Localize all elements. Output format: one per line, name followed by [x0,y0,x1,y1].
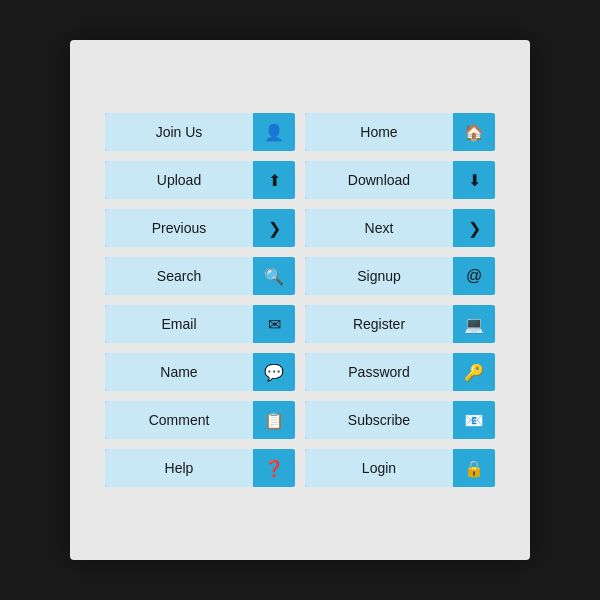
previous-button[interactable]: Previous❯ [105,209,295,247]
join-us-button[interactable]: Join Us👤 [105,113,295,151]
email-button[interactable]: Email✉ [105,305,295,343]
subscribe-button[interactable]: Subscribe📧 [305,401,495,439]
login-label: Login [305,449,453,487]
upload-icon: ⬆ [253,161,295,199]
signup-icon: @ [453,257,495,295]
previous-label: Previous [105,209,253,247]
upload-label: Upload [105,161,253,199]
name-icon: 💬 [253,353,295,391]
register-button[interactable]: Register💻 [305,305,495,343]
home-button[interactable]: Home🏠 [305,113,495,151]
search-icon: 🔍 [253,257,295,295]
download-label: Download [305,161,453,199]
join-us-label: Join Us [105,113,253,151]
register-label: Register [305,305,453,343]
home-label: Home [305,113,453,151]
button-card: Join Us👤Home🏠Upload⬆Download⬇Previous❯Ne… [70,40,530,560]
email-label: Email [105,305,253,343]
login-icon: 🔒 [453,449,495,487]
upload-button[interactable]: Upload⬆ [105,161,295,199]
signup-label: Signup [305,257,453,295]
password-button[interactable]: Password🔑 [305,353,495,391]
help-label: Help [105,449,253,487]
password-label: Password [305,353,453,391]
subscribe-icon: 📧 [453,401,495,439]
comment-label: Comment [105,401,253,439]
password-icon: 🔑 [453,353,495,391]
subscribe-label: Subscribe [305,401,453,439]
email-icon: ✉ [253,305,295,343]
next-button[interactable]: Next❯ [305,209,495,247]
name-label: Name [105,353,253,391]
signup-button[interactable]: Signup@ [305,257,495,295]
register-icon: 💻 [453,305,495,343]
login-button[interactable]: Login🔒 [305,449,495,487]
name-button[interactable]: Name💬 [105,353,295,391]
previous-icon: ❯ [253,209,295,247]
download-button[interactable]: Download⬇ [305,161,495,199]
search-button[interactable]: Search🔍 [105,257,295,295]
button-grid: Join Us👤Home🏠Upload⬆Download⬇Previous❯Ne… [85,93,515,507]
comment-button[interactable]: Comment📋 [105,401,295,439]
comment-icon: 📋 [253,401,295,439]
search-label: Search [105,257,253,295]
join-us-icon: 👤 [253,113,295,151]
help-icon: ❓ [253,449,295,487]
help-button[interactable]: Help❓ [105,449,295,487]
next-label: Next [305,209,453,247]
download-icon: ⬇ [453,161,495,199]
home-icon: 🏠 [453,113,495,151]
next-icon: ❯ [453,209,495,247]
